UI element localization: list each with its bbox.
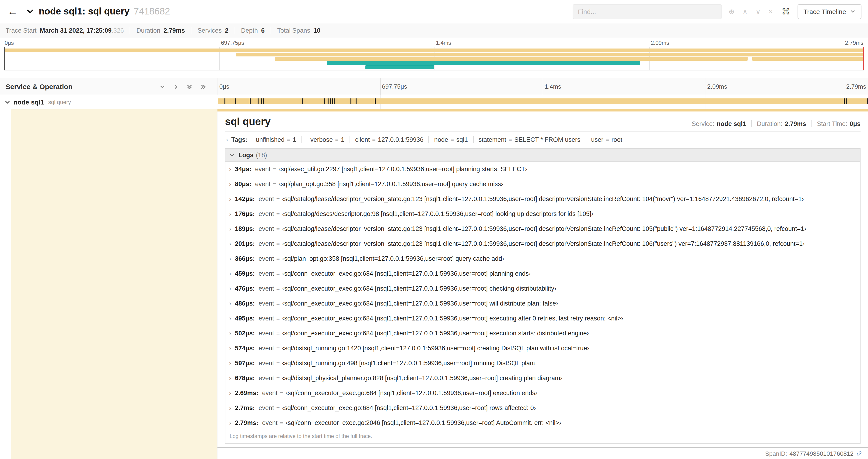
minimap-span-bar [236,53,864,57]
viewport-right-scrubber[interactable] [863,47,864,70]
clear-search-icon[interactable]: × [769,7,773,15]
logs-count: (18) [256,152,267,159]
log-timestamp: 176μs: [235,210,255,218]
log-field-value: ‹sql/distsql_running.go:1420 [nsql1,clie… [282,345,589,352]
tag-key: _unfinished [252,136,284,143]
collapse-all-button[interactable] [187,84,192,89]
log-text: event=‹sql/exec_util.go:2297 [nsql1,clie… [255,166,527,173]
log-row[interactable]: › 476μs: event=‹sql/conn_executor_exec.g… [225,281,860,296]
log-field-key: event [258,360,274,367]
tags-row[interactable]: › Tags: _unfinished=1_verbose=1client=12… [225,132,861,147]
log-row[interactable]: › 678μs: event=‹sql/distsql_physical_pla… [225,371,860,386]
meta-label: Start Time: [817,120,847,127]
collapse-one-button[interactable] [160,84,165,89]
log-field-value: ‹sql/catalog/descs/descriptor.go:98 [nsq… [282,210,593,217]
tag-item[interactable]: _verbose=1 [301,136,349,143]
logs-note: Log timestamps are relative to the start… [225,431,860,443]
locate-icon[interactable]: ⊕ [729,7,735,15]
log-row[interactable]: › 597μs: event=‹sql/distsql_running.go:4… [225,356,860,371]
log-timestamp: 366μs: [235,255,255,263]
deep-link-icon[interactable] [856,450,862,457]
trace-collapse-toggle[interactable] [26,7,34,15]
span-timeline-canvas[interactable] [217,95,868,109]
summary-value: 6 [261,27,265,34]
equals-glyph: = [276,256,280,262]
summary-item: Trace StartMarch 31 2022, 17:25:09.326 [5,27,130,34]
log-field-value: ‹sql/distsql_physical_planner.go:828 [ns… [282,374,562,382]
summary-item: Duration2.79ms [130,27,191,34]
log-row[interactable]: › 2.69ms: event=‹sql/conn_executor_exec.… [225,386,860,401]
log-row[interactable]: › 176μs: event=‹sql/catalog/descs/descri… [225,207,860,222]
span-name-cell[interactable]: node sql1 sql query [0,95,217,109]
log-row[interactable]: › 502μs: event=‹sql/conn_executor_exec.g… [225,326,860,341]
span-detail-title: sql query [225,116,271,127]
ruler-tick-label: 2.79ms [846,83,866,90]
log-field-value: ‹sql/plan_opt.go:358 [nsql1,client=127.0… [282,255,504,262]
log-timestamp: 495μs: [235,315,255,322]
log-field-value: ‹sql/distsql_running.go:498 [nsql1,clien… [282,360,535,367]
log-row[interactable]: › 2.7ms: event=‹sql/conn_executor_exec.g… [225,401,860,416]
ruler-tick-labels: 0μs697.75μs1.4ms2.09ms2.79ms [217,78,868,95]
log-row[interactable]: › 574μs: event=‹sql/distsql_running.go:1… [225,341,860,356]
minimap-span-bar [4,48,864,52]
log-timestamp: 2.79ms: [235,419,258,427]
log-row[interactable]: › 486μs: event=‹sql/conn_executor_exec.g… [225,296,860,311]
tag-key: client [355,136,370,143]
equals-glyph: = [372,137,376,143]
double-chevron-down-icon [187,84,192,89]
span-id-label: SpanID: [765,450,787,457]
log-text: event=‹sql/distsql_running.go:1420 [nsql… [258,345,589,352]
minimap-canvas[interactable] [4,47,864,70]
log-row[interactable]: › 201μs: event=‹sql/catalog/lease/descri… [225,236,860,252]
tag-item[interactable]: user=root [585,136,627,143]
equals-glyph: = [276,345,280,352]
log-text: event=‹sql/conn_executor_exec.go:2046 [n… [262,419,561,427]
equals-glyph: = [287,137,290,143]
log-row[interactable]: › 495μs: event=‹sql/conn_executor_exec.g… [225,311,860,326]
log-field-key: event [258,210,274,217]
log-row[interactable]: › 142μs: event=‹sql/catalog/lease/descri… [225,192,860,207]
chevron-right-icon: › [229,270,231,277]
log-row[interactable]: › 34μs: event=‹sql/exec_util.go:2297 [ns… [225,162,860,177]
log-text: event=‹sql/conn_executor_exec.go:684 [ns… [258,300,558,307]
back-button[interactable]: ← [7,5,18,18]
chevron-right-icon: › [229,360,231,367]
equals-glyph: = [276,375,280,382]
log-row[interactable]: › 189μs: event=‹sql/catalog/lease/descri… [225,222,860,236]
chevron-down-icon [26,7,34,15]
detail-region: sql query Service:node sql1Duration:2.79… [0,109,868,459]
prev-match-icon[interactable]: ∧ [742,7,748,15]
log-row[interactable]: › 459μs: event=‹sql/conn_executor_exec.g… [225,266,860,281]
log-event-tick [334,98,335,104]
next-match-icon[interactable]: ∨ [755,7,761,15]
log-text: event=‹sql/conn_executor_exec.go:684 [ns… [258,270,531,277]
keyboard-shortcuts-button[interactable]: ⌘ [781,6,790,17]
log-timestamp: 678μs: [235,374,255,382]
trace-timeline-label: Trace Timeline [803,8,846,15]
log-row[interactable]: › 366μs: event=‹sql/plan_opt.go:358 [nsq… [225,252,860,266]
viewport-left-scrubber[interactable] [4,47,5,70]
log-field-value: ‹sql/catalog/lease/descriptor_version_st… [282,195,804,202]
equals-glyph: = [276,315,280,322]
tag-item[interactable]: statement=SELECT * FROM users [473,136,585,143]
find-input[interactable] [573,4,722,19]
equals-glyph: = [276,330,280,337]
equals-glyph: = [276,211,280,217]
meta-item: Duration:2.79ms [751,120,811,127]
trace-timeline-dropdown[interactable]: Trace Timeline [797,4,862,19]
logs-header[interactable]: Logs (18) [225,149,860,162]
log-row[interactable]: › 2.79ms: event=‹sql/conn_executor_exec.… [225,416,860,431]
expand-one-button[interactable] [173,84,179,89]
expand-all-button[interactable] [200,84,206,89]
tag-item[interactable]: _unfinished=1 [252,136,301,143]
log-field-key: event [258,285,274,292]
span-id-value: 4877749850101760812 [789,450,854,457]
tag-item[interactable]: client=127.0.0.1:59936 [349,136,429,143]
log-event-tick [324,98,325,104]
log-row[interactable]: › 80μs: event=‹sql/plan_opt.go:358 [nsql… [225,177,860,192]
tag-value: 1 [341,136,344,143]
minimap-tick-label: 2.79ms [845,40,863,46]
log-timestamp: 80μs: [235,181,251,188]
detail-header: sql query Service:node sql1Duration:2.79… [225,116,861,132]
tag-item[interactable]: node=sql1 [429,136,473,143]
